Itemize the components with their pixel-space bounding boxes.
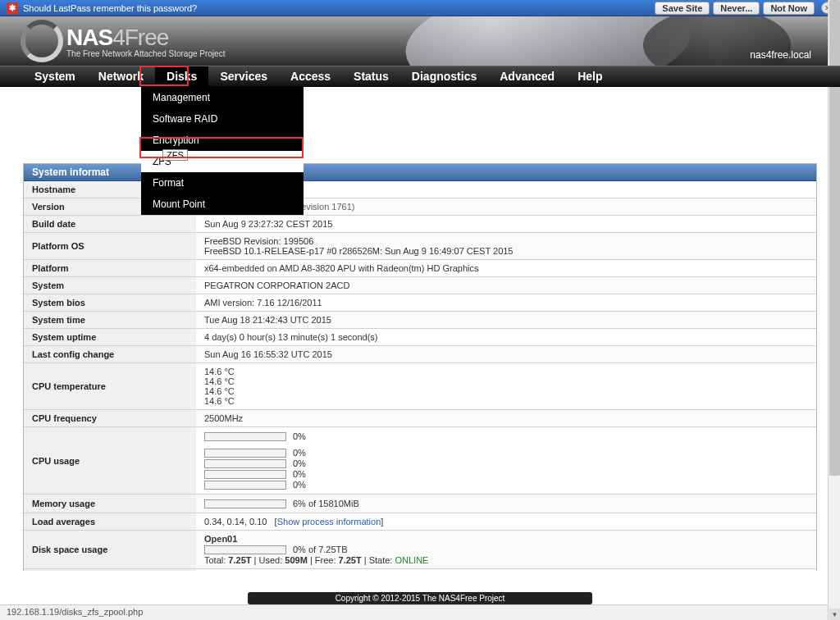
- cpu-progress: [204, 449, 286, 458]
- nav-help[interactable]: Help: [566, 66, 614, 86]
- row-value: 4 day(s) 0 hour(s) 13 minute(s) 1 second…: [196, 329, 816, 346]
- disk-state: ONLINE: [395, 555, 428, 565]
- main-nav: System Network Disks Services Access Sta…: [0, 66, 840, 87]
- system-info-table: Hostname Version10.1.0.2 - Prescience (r…: [24, 181, 816, 571]
- disk-progress: [204, 545, 286, 554]
- lastpass-icon: ✱: [7, 2, 18, 14]
- dropdown-management[interactable]: Management: [141, 87, 304, 108]
- nav-services[interactable]: Services: [208, 66, 279, 86]
- row-value: Sun Aug 9 23:27:32 CEST 2015: [196, 216, 816, 233]
- row-label: System: [24, 277, 196, 294]
- not-now-button[interactable]: Not Now: [763, 2, 815, 15]
- cputemp-line: 14.6 °C: [204, 367, 808, 376]
- row-value: Sun Aug 16 16:55:32 UTC 2015: [196, 346, 816, 363]
- footer: Copyright © 2012-2015 The NAS4Free Proje…: [248, 592, 592, 604]
- logo-subtitle: The Free Network Attached Storage Projec…: [66, 49, 225, 58]
- disk-pool-name: Open01: [204, 534, 237, 544]
- row-label: Platform OS: [24, 233, 196, 260]
- status-bar: 192.168.1.19/disks_zfs_zpool.php: [0, 604, 828, 620]
- memory-pct: 6% of 15810MiB: [293, 499, 359, 508]
- cpu-pct: 0%: [293, 431, 306, 441]
- logo-icon: [21, 20, 63, 62]
- row-value: 0.34, 0.14, 0.10 [Show process informati…: [196, 513, 816, 531]
- row-label: System time: [24, 312, 196, 329]
- row-label: Last config change: [24, 346, 196, 363]
- row-value: 2500MHz: [196, 410, 816, 427]
- cpu-progress: [204, 459, 286, 468]
- version-rev: (revision 1761): [295, 202, 355, 212]
- row-label: UPS Status: [24, 569, 196, 572]
- row-value: PEGATRON CORPORATION 2ACD: [196, 277, 816, 294]
- hostname-label: nas4free.local: [750, 49, 811, 61]
- logo-title-a: NAS: [66, 25, 112, 50]
- row-label: CPU frequency: [24, 410, 196, 427]
- cpu-progress: [204, 470, 286, 479]
- nav-network[interactable]: Network: [87, 66, 155, 86]
- dropdown-software-raid[interactable]: Software RAID: [141, 108, 304, 130]
- cpu-pct: 0%: [293, 448, 306, 458]
- dropdown-encryption[interactable]: Encryption: [141, 130, 304, 151]
- scroll-down-icon[interactable]: ▼: [829, 609, 840, 620]
- load-value: 0.34, 0.14, 0.10: [204, 517, 267, 527]
- nav-disks[interactable]: Disks: [155, 66, 208, 86]
- cpu-pct: 0%: [293, 469, 306, 479]
- dropdown-format[interactable]: Format: [141, 172, 304, 194]
- platformos-line: FreeBSD 10.1-RELEASE-p17 #0 r286526M: Su…: [204, 246, 808, 256]
- disk-detail: Total: 7.25T | Used: 509M | Free: 7.25T …: [204, 555, 808, 565]
- row-label: Memory usage: [24, 495, 196, 513]
- memory-progress: [204, 499, 286, 508]
- lastpass-bar: ✱ Should LastPass remember this password…: [0, 0, 840, 16]
- row-value: AMI version: 7.16 12/16/2011: [196, 294, 816, 312]
- row-value: FreeBSD Revision: 199506FreeBSD 10.1-REL…: [196, 233, 816, 260]
- dropdown-mount-point[interactable]: Mount Point: [141, 194, 304, 215]
- lastpass-prompt: Should LastPass remember this password?: [23, 3, 197, 13]
- row-value: 14.6 °C 14.6 °C 14.6 °C 14.6 °C: [196, 363, 816, 410]
- header-banner: NAS4Free The Free Network Attached Stora…: [0, 16, 840, 66]
- row-value: 0% 0% 0% 0% 0%: [196, 427, 816, 495]
- never-button[interactable]: Never...: [713, 2, 760, 15]
- nav-advanced[interactable]: Advanced: [488, 66, 566, 86]
- nav-status[interactable]: Status: [342, 66, 400, 86]
- nav-system[interactable]: System: [23, 66, 87, 86]
- cpu-progress: [204, 481, 286, 490]
- cputemp-line: 14.6 °C: [204, 376, 808, 386]
- cputemp-line: 14.6 °C: [204, 386, 808, 396]
- cputemp-line: 14.6 °C: [204, 396, 808, 406]
- scrollbar[interactable]: ▼: [828, 0, 840, 620]
- row-label: CPU usage: [24, 427, 196, 495]
- row-label: Platform: [24, 260, 196, 277]
- row-value: 6% of 15810MiB: [196, 495, 816, 513]
- row-label: Load averages: [24, 513, 196, 531]
- row-value: UPS disabled: [196, 569, 816, 572]
- row-label: CPU temperature: [24, 363, 196, 410]
- platformos-line: FreeBSD Revision: 199506: [204, 236, 808, 246]
- show-process-link[interactable]: Show process information: [277, 517, 381, 527]
- cpu-progress: [204, 432, 286, 441]
- logo-title-b: 4Free: [112, 25, 168, 50]
- system-info-panel: System informat Hostname Version10.1.0.2…: [23, 163, 817, 571]
- row-value: Open01 0% of 7.25TB Total: 7.25T | Used:…: [196, 531, 816, 569]
- row-label: System bios: [24, 294, 196, 312]
- save-site-button[interactable]: Save Site: [655, 2, 710, 15]
- nav-access[interactable]: Access: [279, 66, 342, 86]
- row-label: Build date: [24, 216, 196, 233]
- page-body: System informat Hostname Version10.1.0.2…: [0, 87, 840, 571]
- row-label: Disk space usage: [24, 531, 196, 569]
- cpu-pct: 0%: [293, 458, 306, 468]
- row-value: Tue Aug 18 21:42:43 UTC 2015: [196, 312, 816, 329]
- row-value: x64-embedded on AMD A8-3820 APU with Rad…: [196, 260, 816, 277]
- logo: NAS4Free The Free Network Attached Stora…: [21, 20, 225, 62]
- tooltip-zfs: ZFS: [162, 149, 188, 161]
- nav-diagnostics[interactable]: Diagnostics: [400, 66, 488, 86]
- cpu-pct: 0%: [293, 480, 306, 490]
- disk-pct: 0% of 7.25TB: [293, 545, 348, 554]
- row-label: System uptime: [24, 329, 196, 346]
